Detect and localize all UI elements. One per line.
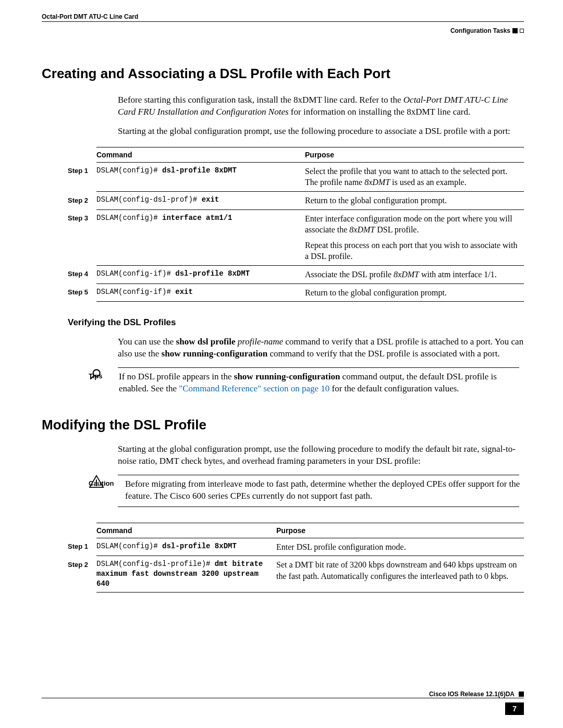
table-row: Step 2 DSLAM(config-dsl-prof)# exit Retu… xyxy=(68,192,524,210)
doc-title: Octal-Port DMT ATU-C Line Card xyxy=(42,13,138,21)
command-table-2: Command Purpose Step 1 DSLAM(config)# ds… xyxy=(68,523,524,593)
square-outline-icon xyxy=(520,29,524,33)
svg-point-0 xyxy=(93,369,100,376)
page-number: 7 xyxy=(505,702,524,715)
svg-line-1 xyxy=(90,376,94,379)
intro-paragraph-2: Starting at the global configuration pro… xyxy=(118,126,524,138)
page-footer: Cisco IOS Release 12.1(6)DA 7 xyxy=(42,690,524,715)
caution-text: Before migrating from interleave mode to… xyxy=(125,478,524,502)
svg-point-3 xyxy=(96,485,97,486)
section-label: Configuration Tasks xyxy=(450,27,510,34)
table-row: Step 3 DSLAM(config)# interface atm1/1 E… xyxy=(68,209,524,265)
table-row: Step 1 DSLAM(config)# dsl-profile 8xDMT … xyxy=(68,162,524,191)
header-section: Configuration Tasks xyxy=(42,27,524,34)
col-command: Command xyxy=(96,523,276,538)
modify-intro: Starting at the global configuration pro… xyxy=(118,443,524,467)
command-table-1: Command Purpose Step 1 DSLAM(config)# ds… xyxy=(68,147,524,302)
table-row: Step 4 DSLAM(config-if)# dsl-profile 8xD… xyxy=(68,265,524,283)
col-command: Command xyxy=(96,147,305,162)
tip-icon xyxy=(89,367,102,384)
table-row: Step 5 DSLAM(config-if)# exit Return to … xyxy=(68,283,524,302)
table-row: Step 2 DSLAM(config-dsl-profile)# dmt bi… xyxy=(68,556,524,593)
col-purpose: Purpose xyxy=(276,523,524,538)
col-purpose: Purpose xyxy=(305,147,524,162)
tips-text: If no DSL profile appears in the show ru… xyxy=(119,371,524,395)
section-heading-create: Creating and Associating a DSL Profile w… xyxy=(42,66,524,82)
running-header: Octal-Port DMT ATU-C Line Card xyxy=(42,13,524,21)
command-reference-link[interactable]: "Command Reference" section on page 10 xyxy=(179,384,329,393)
caution-icon xyxy=(89,475,104,491)
caution-block: Caution Before migrating from interleave… xyxy=(89,475,524,507)
footer-release: Cisco IOS Release 12.1(6)DA xyxy=(429,690,515,698)
section-heading-modify: Modifying the DSL Profile xyxy=(42,417,524,433)
verify-paragraph: You can use the show dsl profile profile… xyxy=(118,336,524,360)
intro-paragraph-1: Before starting this configuration task,… xyxy=(118,94,524,118)
subsection-verify: Verifying the DSL Profiles xyxy=(68,317,524,328)
table-row: Step 1 DSLAM(config)# dsl-profile 8xDMT … xyxy=(68,538,524,556)
tips-block: Tips If no DSL profile appears in the sh… xyxy=(89,367,524,395)
square-icon xyxy=(512,28,518,33)
square-icon xyxy=(519,692,524,697)
